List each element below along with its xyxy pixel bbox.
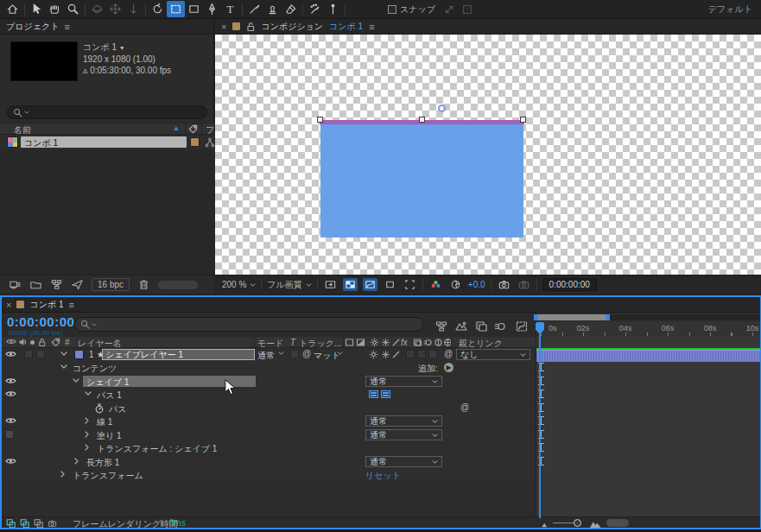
- region-of-interest-icon[interactable]: [383, 278, 397, 291]
- property-row-rectangle-1[interactable]: 長方形 1 通常: [0, 455, 536, 468]
- expand-chevron-right-icon[interactable]: [85, 417, 89, 424]
- quality-switch-icon[interactable]: [369, 350, 378, 359]
- project-item-row[interactable]: コンポ 1: [0, 136, 214, 149]
- property-row-contents[interactable]: コンテンツ 追加: ▶: [0, 361, 536, 374]
- project-search-input[interactable]: [7, 105, 207, 119]
- draft-3d-icon[interactable]: [454, 320, 468, 333]
- puppet-pin-tool-icon[interactable]: [324, 1, 342, 17]
- timeline-horizontal-scrollbar[interactable]: [606, 519, 629, 527]
- motion-blur-icon[interactable]: [493, 320, 507, 333]
- path-handle-top-left[interactable]: [317, 117, 323, 123]
- dolly-camera-tool-icon[interactable]: [124, 1, 143, 17]
- eye-icon[interactable]: [5, 458, 16, 465]
- parent-pick-whip-icon[interactable]: @: [444, 349, 453, 358]
- property-label[interactable]: 線 1: [97, 416, 112, 428]
- preview-timecode[interactable]: 0:00:00:00: [542, 278, 597, 291]
- eye-icon[interactable]: [5, 390, 16, 397]
- eye-icon[interactable]: [5, 351, 16, 358]
- zoom-tool-icon[interactable]: [64, 1, 82, 17]
- sampling-switch-icon[interactable]: [381, 338, 390, 347]
- shy-switch-icon[interactable]: [345, 338, 354, 347]
- close-icon[interactable]: ×: [6, 300, 11, 310]
- panel-menu-icon[interactable]: ≡: [64, 22, 69, 32]
- exposure-value[interactable]: +0.0: [468, 280, 485, 289]
- blend-mode-dropdown[interactable]: 通常: [257, 350, 275, 362]
- property-row-stroke-1[interactable]: 線 1 通常: [0, 415, 536, 428]
- group-blend-mode-dropdown[interactable]: 通常: [365, 456, 442, 467]
- property-label[interactable]: 塗り 1: [97, 430, 122, 442]
- new-folder-icon[interactable]: [29, 278, 42, 291]
- video-column-eye-icon[interactable]: [6, 338, 16, 345]
- clone-stamp-tool-icon[interactable]: [263, 1, 282, 17]
- quality-slash-icon[interactable]: [391, 338, 401, 347]
- selection-tool-icon[interactable]: [28, 1, 46, 17]
- effects-fx-icon[interactable]: fx: [401, 338, 408, 347]
- collapse-chevron-icon[interactable]: [60, 352, 67, 356]
- eye-cell[interactable]: [5, 430, 14, 439]
- property-row-transform[interactable]: トランスフォーム リセット: [0, 468, 536, 481]
- panel-menu-icon[interactable]: ≡: [369, 22, 374, 32]
- property-row-transform-shape-1[interactable]: トランスフォーム : シェイプ 1: [0, 441, 536, 454]
- project-settings-icon[interactable]: [71, 278, 84, 291]
- lock-column-icon[interactable]: [38, 338, 46, 347]
- current-timecode[interactable]: 0:00:00:00: [7, 314, 74, 329]
- preserve-transparency-cell[interactable]: [290, 350, 299, 358]
- composition-mini-flowchart-icon[interactable]: [434, 320, 448, 333]
- pen-tool-icon[interactable]: [203, 1, 221, 17]
- sampling-switch-icon[interactable]: [381, 350, 390, 359]
- adjustment-layer-switch-icon[interactable]: [434, 338, 443, 347]
- graph-editor-icon[interactable]: [515, 320, 529, 333]
- path-direction-icon[interactable]: [369, 390, 378, 398]
- shape-rectangle-fill[interactable]: [320, 124, 523, 238]
- collapse-chevron-icon[interactable]: [73, 378, 79, 383]
- expand-chevron-right-icon[interactable]: [85, 444, 89, 451]
- interpret-footage-icon[interactable]: [9, 278, 22, 291]
- frame-blend-switch-icon[interactable]: [413, 338, 422, 347]
- snap-checkbox[interactable]: [388, 5, 396, 14]
- collapse-chevron-icon[interactable]: [60, 364, 67, 369]
- quality-switch-icon[interactable]: [370, 338, 379, 347]
- new-composition-icon[interactable]: [50, 278, 63, 291]
- property-label[interactable]: トランスフォーム : シェイプ 1: [97, 443, 217, 455]
- transparency-grid-icon[interactable]: [343, 278, 358, 291]
- switch-cell[interactable]: [428, 350, 437, 358]
- frame-blending-icon[interactable]: [474, 320, 488, 333]
- close-icon[interactable]: ×: [221, 22, 226, 32]
- pan-behind-tool-icon[interactable]: [167, 1, 185, 17]
- chevron-down-icon[interactable]: [278, 352, 284, 355]
- hand-tool-icon[interactable]: [46, 1, 64, 17]
- channel-rgb-icon[interactable]: [428, 278, 443, 291]
- property-label[interactable]: パス 1: [97, 390, 122, 402]
- name-column-header[interactable]: 名前: [14, 124, 31, 136]
- property-row-path-1[interactable]: パス 1: [0, 388, 536, 401]
- layer-name-field[interactable]: シェイプレイヤー 1: [102, 349, 255, 360]
- audio-column-speaker-icon[interactable]: [18, 338, 28, 346]
- path-operation-icon[interactable]: [381, 390, 390, 398]
- trash-icon[interactable]: [137, 278, 150, 291]
- label-column-tag-icon[interactable]: [188, 124, 198, 134]
- stopwatch-icon[interactable]: [95, 403, 104, 414]
- rotation-tool-icon[interactable]: [149, 1, 167, 17]
- playhead-line[interactable]: [539, 334, 541, 518]
- view-options-icon[interactable]: [323, 278, 338, 291]
- label-column-tag-icon[interactable]: [51, 338, 60, 347]
- solo-cell[interactable]: [36, 350, 45, 358]
- collapse-chevron-icon[interactable]: [85, 391, 92, 396]
- eye-icon[interactable]: [5, 377, 16, 384]
- number-column-header[interactable]: #: [65, 338, 70, 347]
- expand-chevron-right-icon[interactable]: [60, 471, 65, 478]
- property-label[interactable]: シェイプ 1: [86, 377, 129, 389]
- item-label-color-swatch[interactable]: [190, 137, 200, 147]
- timeline-search-input[interactable]: [74, 317, 423, 332]
- property-pick-whip-icon[interactable]: @: [460, 402, 469, 412]
- group-blend-mode-dropdown[interactable]: 通常: [365, 429, 442, 440]
- property-label[interactable]: トランスフォーム: [73, 470, 143, 482]
- group-blend-mode-dropdown[interactable]: 通常: [365, 415, 442, 427]
- motion-blur-switch-icon[interactable]: [423, 338, 433, 347]
- collapse-switch-icon[interactable]: [356, 338, 365, 347]
- track-matte-pick-whip-icon[interactable]: @: [302, 349, 311, 358]
- eraser-tool-icon[interactable]: [282, 1, 300, 17]
- tab-timeline-comp[interactable]: コンポ 1: [29, 299, 63, 311]
- crop-region-icon[interactable]: [403, 278, 417, 291]
- unlock-icon[interactable]: [246, 22, 255, 32]
